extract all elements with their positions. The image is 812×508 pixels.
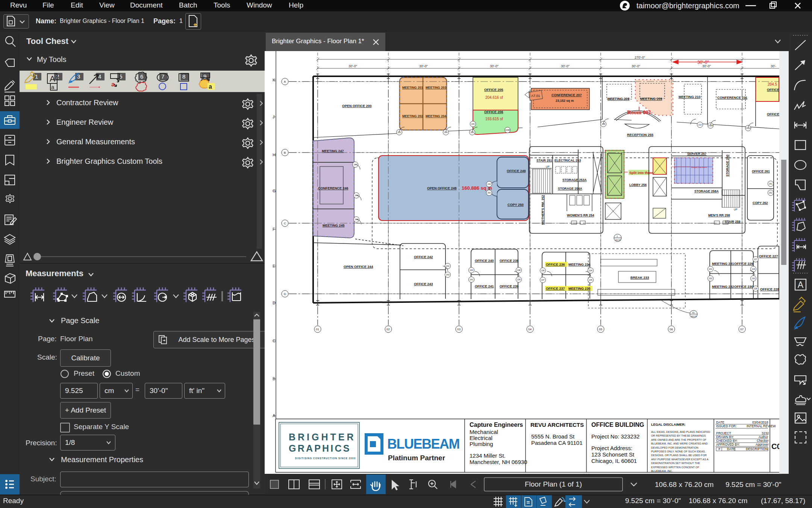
svg-text:D: D (284, 292, 286, 296)
svg-text:MEETING 231: MEETING 231 (712, 262, 734, 266)
svg-text:241: 241 (470, 278, 473, 281)
svg-text:261: 261 (769, 183, 772, 185)
svg-text:MEETING 247: MEETING 247 (322, 149, 344, 153)
svg-text:227: 227 (754, 258, 757, 260)
svg-text:MEETING 210: MEETING 210 (679, 95, 701, 99)
svg-text:OR REPRESENTED BY THESE DRAWIN: OR REPRESENTED BY THESE DRAWINGS (651, 434, 706, 437)
svg-text:1234 Miller St.: 1234 Miller St. (470, 452, 506, 459)
svg-text:OFFICE 240: OFFICE 240 (475, 259, 494, 263)
svg-text:229: 229 (751, 268, 755, 270)
svg-text:Author: Author (759, 435, 768, 439)
svg-text:206B: 206B (505, 129, 510, 131)
svg-text:OFFICE 229: OFFICE 229 (734, 262, 753, 266)
svg-text:GRAPHICS: GRAPHICS (289, 443, 351, 454)
svg-text:02: 02 (386, 328, 390, 331)
svg-text:MEETING 234: MEETING 234 (568, 263, 591, 266)
svg-text:MEETING 245: MEETING 245 (323, 224, 345, 227)
svg-text:5555 N. Broad St: 5555 N. Broad St (531, 433, 575, 440)
svg-text:07: 07 (740, 328, 744, 331)
svg-text:193.615 sf: 193.615 sf (485, 117, 503, 121)
svg-text:232: 232 (709, 277, 712, 280)
svg-text:OFFICE: OFFICE (767, 88, 779, 92)
svg-text:9.525 cm = 30'-0": 9.525 cm = 30'-0" (726, 481, 781, 488)
svg-text:270'-0": 270'-0" (635, 56, 645, 59)
svg-text:A: A (798, 280, 804, 290)
svg-text:MEETING 202: MEETING 202 (402, 114, 423, 118)
svg-text:ARE OWNED AND ARE THE PROPERTY: ARE OWNED AND ARE THE PROPERTY OF (651, 438, 707, 441)
svg-text:Pasadena CA 91101: Pasadena CA 91101 (531, 440, 583, 446)
svg-text:UP: UP (734, 208, 738, 211)
svg-text:OFFICE 249: OFFICE 249 (507, 169, 526, 173)
svg-text:Floor Plan (1 of 1): Floor Plan (1 of 1) (525, 480, 582, 488)
svg-text:ALL IDEAS, DESIGNS, AND PLANS: ALL IDEAS, DESIGNS, AND PLANS INDICATED (651, 430, 710, 434)
svg-text:A: A (284, 80, 286, 83)
svg-text:DATE: DATE (727, 447, 735, 451)
svg-text:BLUEBEAM, INC. AND WERE CREATE: BLUEBEAM, INC. AND WERE CREATED AND (651, 442, 707, 445)
svg-text:DATE: DATE (716, 420, 724, 424)
svg-text:C: C (284, 222, 286, 225)
svg-text:OFFICE 242: OFFICE 242 (414, 255, 433, 259)
svg-text:PROJECT: PROJECT (716, 431, 731, 435)
svg-text:Electrical: Electrical (470, 435, 492, 441)
svg-text:Chicago, IL 60601: Chicago, IL 60601 (591, 458, 637, 464)
svg-text:OPEN OFFICE 248: OPEN OFFICE 248 (427, 186, 457, 190)
svg-text:240: 240 (470, 269, 473, 271)
svg-text:MegaChambers: MegaChambers (691, 166, 707, 168)
svg-text:CONFERENCE 246: CONFERENCE 246 (318, 186, 348, 190)
svg-text:ANY PURPOSE WHATSOEVER EXCEPT: ANY PURPOSE WHATSOEVER EXCEPT AS A (651, 458, 709, 461)
svg-text:RECEPTION 255: RECEPTION 255 (627, 133, 653, 137)
svg-text:STAIR 259: STAIR 259 (725, 220, 741, 224)
svg-text:BRIGHTER: BRIGHTER (289, 432, 356, 442)
svg-text:9: 9 (203, 73, 206, 80)
svg-text:MEETING 209: MEETING 209 (640, 97, 662, 101)
svg-text:OFFICE 227: OFFICE 227 (759, 254, 778, 258)
svg-text:242: 242 (446, 265, 449, 267)
svg-text:Mechanical: Mechanical (470, 429, 498, 435)
svg-text:204.616 sf: 204.616 sf (485, 95, 503, 100)
svg-text:2: 2 (56, 73, 59, 80)
svg-text:OFFICE 206: OFFICE 206 (484, 110, 503, 114)
svg-text:A7.01: A7.01 (531, 94, 540, 98)
svg-text:DESIGNS, OR PLANS SHALL BE USE: DESIGNS, OR PLANS SHALL BE USED FOR (651, 454, 707, 457)
svg-text:ISSUED FOR:: ISSUED FOR: (716, 424, 736, 428)
svg-text:DIGITISING CONSTRUCTION SINCE: DIGITISING CONSTRUCTION SINCE 2003 (295, 457, 356, 460)
svg-text:Platinum Partner: Platinum Partner (388, 454, 445, 462)
svg-text:Checker: Checker (757, 439, 769, 443)
svg-text:a: a (51, 84, 55, 90)
svg-text:INTERNAL REVIEW: INTERNAL REVIEW (747, 424, 776, 428)
svg-text:#: # (718, 447, 720, 451)
svg-text:Split into three: Split into three (629, 171, 653, 175)
svg-text:30'-0": 30'-0" (419, 64, 428, 68)
svg-text:237: 237 (541, 279, 544, 281)
svg-text:MEETING 203: MEETING 203 (426, 86, 447, 89)
svg-text:OFFICE: OFFICE (767, 112, 779, 116)
svg-text:UP: UP (546, 165, 550, 168)
svg-text:OFFICE 236: OFFICE 236 (546, 263, 565, 266)
svg-text:8: 8 (182, 73, 185, 80)
svg-text:PURPOSES ONLY. NONE OF SUCH ID: PURPOSES ONLY. NONE OF SUCH IDEAS, (651, 450, 706, 453)
svg-text:05: 05 (599, 328, 602, 331)
svg-text:COPY 262: COPY 262 (753, 201, 768, 205)
svg-text:01: 01 (692, 311, 695, 314)
svg-text:OFFICE 239: OFFICE 239 (500, 284, 519, 288)
svg-text:4: 4 (98, 73, 101, 80)
svg-text:231: 231 (709, 268, 712, 270)
svg-text:235: 235 (589, 279, 592, 281)
svg-text:EXPRESSED WRITTEN CONCENT OF: EXPRESSED WRITTEN CONCENT OF (651, 466, 700, 469)
svg-text:OPEN OFFICE 244: OPEN OFFICE 244 (344, 265, 373, 269)
svg-text:CONFERENCE 211: CONFERENCE 211 (717, 96, 747, 100)
svg-text:LOBBY 256: LOBBY 256 (629, 183, 647, 187)
svg-text:a: a (209, 83, 212, 90)
svg-text:CONFERENCE 207: CONFERENCE 207 (551, 93, 582, 97)
svg-text:249: 249 (487, 183, 491, 185)
svg-text:LEGAL DISCLAIMER:: LEGAL DISCLAIMER: (651, 423, 686, 426)
svg-text:30'-0": 30'-0" (490, 64, 498, 68)
svg-text:30'-0": 30'-0" (348, 64, 357, 68)
svg-text:1: 1 (35, 73, 38, 80)
svg-text:MEETING 232: MEETING 232 (712, 285, 734, 289)
svg-text:23,152 sq m: 23,152 sq m (556, 99, 574, 103)
svg-text:MEN'S RR 258: MEN'S RR 258 (708, 213, 730, 217)
svg-text:3232: 3232 (762, 431, 769, 435)
svg-text:OFFICE 238: OFFICE 238 (500, 259, 519, 263)
svg-text:236: 236 (541, 269, 544, 272)
